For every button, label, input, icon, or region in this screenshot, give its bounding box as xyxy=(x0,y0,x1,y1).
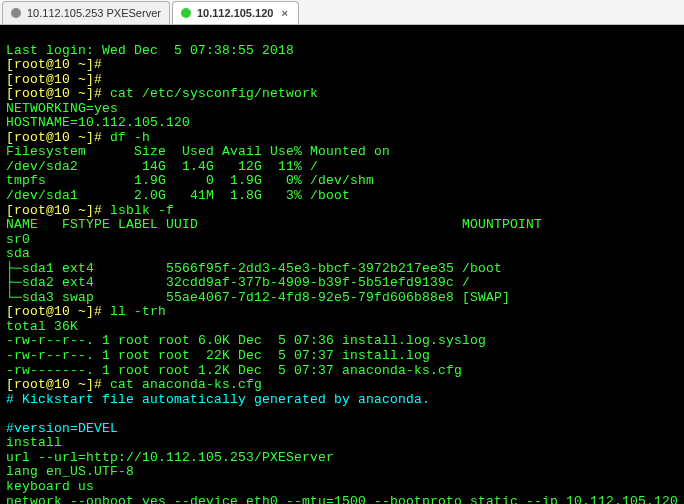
prompt-char: # xyxy=(94,72,102,87)
lsblk-row: ├─sda1 ext4 5566f95f-2dd3-45e3-bbcf-3972… xyxy=(6,261,502,276)
prompt-char: # xyxy=(94,130,102,145)
prompt-char: # xyxy=(94,304,102,319)
ks-comment: #version=DEVEL xyxy=(6,421,118,436)
cmd-cat-network: cat /etc/sysconfig/network xyxy=(110,86,318,101)
prompt-char: # xyxy=(94,377,102,392)
ll-row: -rw-r--r--. 1 root root 22K Dec 5 07:37 … xyxy=(6,348,430,363)
ll-row: -rw-r--r--. 1 root root 6.0K Dec 5 07:36… xyxy=(6,333,486,348)
last-login: Last login: Wed Dec 5 07:38:55 2018 xyxy=(6,43,294,58)
prompt-user: [root@10 ~] xyxy=(6,203,94,218)
prompt-user: [root@10 ~] xyxy=(6,86,94,101)
ks-line: lang en_US.UTF-8 xyxy=(6,464,134,479)
prompt-user: [root@10 ~] xyxy=(6,72,94,87)
lsblk-row: └─sda3 swap 55ae4067-7d12-4fd8-92e5-79fd… xyxy=(6,290,510,305)
prompt-user: [root@10 ~] xyxy=(6,130,94,145)
tab-host-120[interactable]: 10.112.105.120 × xyxy=(172,1,299,24)
close-icon[interactable]: × xyxy=(279,7,289,19)
lsblk-row: sda xyxy=(6,246,30,261)
prompt-user: [root@10 ~] xyxy=(6,304,94,319)
terminal-output[interactable]: Last login: Wed Dec 5 07:38:55 2018 [roo… xyxy=(0,25,684,504)
df-header: Filesystem Size Used Avail Use% Mounted … xyxy=(6,144,390,159)
output-line: NETWORKING=yes xyxy=(6,101,118,116)
prompt-user: [root@10 ~] xyxy=(6,57,94,72)
ks-line: network --onboot yes --device eth0 --mtu… xyxy=(6,494,678,505)
tab-pxeserver[interactable]: 10.112.105.253 PXEServer xyxy=(2,1,170,24)
cmd-df: df -h xyxy=(110,130,150,145)
df-row: /dev/sda1 2.0G 41M 1.8G 3% /boot xyxy=(6,188,350,203)
cmd-lsblk: lsblk -f xyxy=(110,203,174,218)
status-icon xyxy=(181,8,191,18)
cmd-cat-ks: cat anaconda-ks.cfg xyxy=(110,377,262,392)
lsblk-row: ├─sda2 ext4 32cdd9af-377b-4909-b39f-5b51… xyxy=(6,275,470,290)
tab-bar: 10.112.105.253 PXEServer 10.112.105.120 … xyxy=(0,0,684,25)
cmd-ll: ll -trh xyxy=(110,304,166,319)
prompt-char: # xyxy=(94,203,102,218)
ll-total: total 36K xyxy=(6,319,78,334)
tab-label: 10.112.105.253 PXEServer xyxy=(27,7,161,19)
output-line: HOSTNAME=10.112.105.120 xyxy=(6,115,190,130)
tab-label: 10.112.105.120 xyxy=(197,7,273,19)
prompt-char: # xyxy=(94,86,102,101)
lsblk-row: sr0 xyxy=(6,232,30,247)
df-row: /dev/sda2 14G 1.4G 12G 11% / xyxy=(6,159,318,174)
ks-line: install xyxy=(6,435,62,450)
df-row: tmpfs 1.9G 0 1.9G 0% /dev/shm xyxy=(6,173,374,188)
status-icon xyxy=(11,8,21,18)
ll-row: -rw-------. 1 root root 1.2K Dec 5 07:37… xyxy=(6,363,462,378)
ks-comment: # Kickstart file automatically generated… xyxy=(6,392,430,407)
prompt-user: [root@10 ~] xyxy=(6,377,94,392)
ks-line: url --url=http://10.112.105.253/PXEServe… xyxy=(6,450,334,465)
ks-line: keyboard us xyxy=(6,479,94,494)
prompt-char: # xyxy=(94,57,102,72)
lsblk-header: NAME FSTYPE LABEL UUID MOUNTPOINT xyxy=(6,217,542,232)
